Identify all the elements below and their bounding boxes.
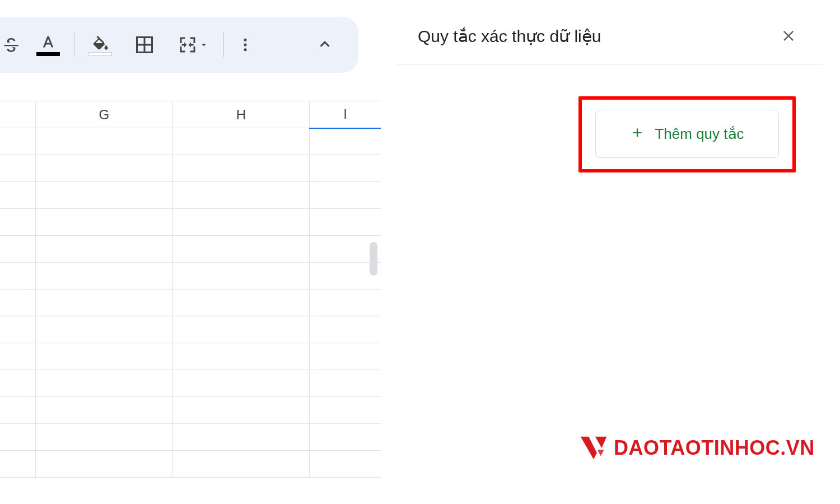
collapse-toolbar-button[interactable] (311, 30, 339, 58)
column-header-row: G H I (0, 101, 381, 128)
panel-header: Quy tắc xác thực dữ liệu (398, 8, 823, 64)
chevron-up-icon (316, 36, 333, 53)
vertical-scrollbar[interactable] (370, 242, 377, 276)
table-row[interactable] (0, 155, 381, 182)
watermark-text: DAOTAOTINHOC.VN (614, 436, 815, 460)
merge-cells-button[interactable] (173, 17, 213, 73)
chevron-down-icon (199, 40, 209, 50)
more-tools-button[interactable] (234, 17, 256, 73)
toolbar-separator (74, 32, 74, 57)
svg-point-2 (244, 48, 247, 51)
watermark-logo (577, 431, 610, 465)
table-row[interactable] (0, 263, 381, 290)
svg-point-0 (244, 39, 247, 41)
table-row[interactable] (0, 182, 381, 209)
table-row[interactable] (0, 397, 381, 424)
table-row[interactable] (0, 209, 381, 236)
more-icon (237, 36, 254, 53)
fill-color-icon (90, 34, 110, 51)
add-rule-label: Thêm quy tắc (655, 125, 744, 143)
table-row[interactable] (0, 236, 381, 263)
column-header[interactable] (0, 101, 36, 128)
column-header[interactable]: G (36, 101, 172, 128)
strikethrough-icon (2, 35, 21, 54)
add-rule-button[interactable]: Thêm quy tắc (595, 110, 779, 158)
borders-icon (134, 35, 155, 55)
plus-icon (630, 125, 645, 142)
borders-button[interactable] (130, 17, 158, 73)
column-header[interactable]: H (172, 101, 309, 128)
table-row[interactable] (0, 370, 381, 397)
table-row[interactable] (0, 290, 381, 316)
column-header-selected[interactable]: I (310, 101, 381, 128)
strikethrough-button[interactable] (0, 17, 22, 73)
fill-color-button[interactable] (85, 17, 116, 73)
svg-point-1 (244, 44, 247, 46)
table-row[interactable] (0, 424, 381, 451)
close-icon (781, 28, 796, 44)
table-row[interactable] (0, 316, 381, 343)
spreadsheet-grid[interactable]: G H I (0, 101, 381, 478)
toolbar (0, 17, 358, 73)
table-row[interactable] (0, 343, 381, 370)
watermark: DAOTAOTINHOC.VN (577, 431, 815, 465)
merge-cells-icon (178, 35, 198, 55)
text-color-button[interactable] (32, 17, 64, 73)
table-row[interactable] (0, 128, 381, 155)
fill-color-swatch (88, 52, 112, 56)
close-panel-button[interactable] (776, 24, 801, 48)
data-validation-panel: Quy tắc xác thực dữ liệu (398, 8, 823, 495)
text-color-icon (39, 34, 58, 51)
table-row[interactable] (0, 451, 381, 478)
text-color-swatch (36, 52, 60, 56)
panel-title: Quy tắc xác thực dữ liệu (418, 26, 601, 46)
toolbar-separator (223, 32, 224, 57)
